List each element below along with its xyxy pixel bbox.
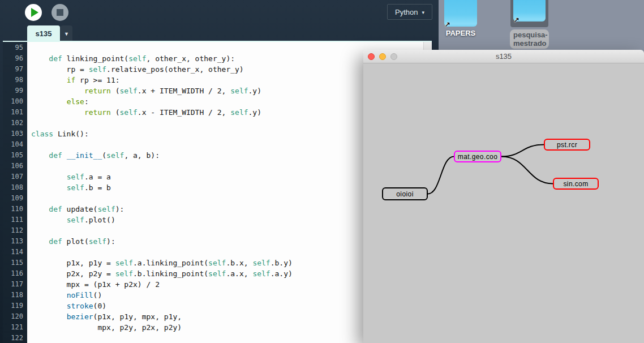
code-line: 109 — [3, 193, 423, 204]
line-number: 112 — [3, 225, 27, 236]
graph-node-mat-geo-coo[interactable]: mat.geo.coo — [454, 151, 501, 162]
code-line: 118 noFill() — [3, 290, 423, 301]
code-line: 104 — [3, 139, 423, 150]
tab-menu-button[interactable]: ▼ — [61, 25, 72, 42]
code-line: 116 p2x, p2y = self.b.linking_point(self… — [3, 268, 423, 279]
code-text: def plot(self): — [27, 236, 115, 247]
graph-node-sin-com[interactable]: sin.com — [553, 178, 599, 190]
code-line: 121 mpx, p2y, p2x, p2y) — [3, 322, 423, 333]
line-number: 120 — [3, 311, 27, 322]
code-line: 120 bezier(p1x, p1y, mpx, p1y, — [3, 311, 423, 322]
code-line: 101 return (self.x - ITEM_WIDTH / 2, sel… — [3, 107, 423, 118]
code-text: mpx = (p1x + p2x) / 2 — [27, 279, 160, 290]
code-text — [27, 247, 31, 258]
close-button[interactable] — [368, 53, 375, 60]
icon-label-line1: pesquisa- — [513, 31, 548, 39]
code-line: 119 stroke(0) — [3, 301, 423, 311]
code-line: 108 self.b = b — [3, 182, 423, 193]
minimize-button[interactable] — [379, 53, 386, 60]
code-text: class Link(): — [27, 128, 89, 139]
link-curve — [501, 145, 544, 157]
mode-selector-button[interactable]: Python ▾ — [387, 4, 432, 20]
line-number: 107 — [3, 172, 27, 182]
line-number: 101 — [3, 107, 27, 118]
line-number: 106 — [3, 161, 27, 172]
run-button[interactable] — [25, 4, 42, 21]
code-text — [27, 225, 31, 236]
ide-toolbar: Python ▾ — [0, 0, 439, 25]
code-text: if rp >= 11: — [27, 75, 120, 85]
code-line: 112 — [3, 225, 423, 236]
code-text: def __init__(self, a, b): — [27, 150, 160, 161]
graph-node-oioioi[interactable]: oioioi — [382, 187, 428, 200]
code-text: def linking_point(self, other_x, other_y… — [27, 53, 235, 64]
code-text: self.a = a — [27, 172, 111, 182]
line-number: 105 — [3, 150, 27, 161]
line-number: 95 — [3, 42, 27, 53]
code-text — [27, 193, 31, 204]
line-number: 113 — [3, 236, 27, 247]
code-text: p2x, p2y = self.b.linking_point(self.a.x… — [27, 268, 293, 279]
code-text — [27, 333, 31, 343]
code-line: 113 def plot(self): — [3, 236, 423, 247]
code-text: self.b = b — [27, 182, 111, 193]
code-line: 122 — [3, 333, 423, 343]
line-number: 96 — [3, 53, 27, 64]
line-number: 100 — [3, 96, 27, 107]
sketch-titlebar[interactable]: s135 — [363, 50, 644, 63]
line-number: 114 — [3, 247, 27, 258]
code-line: 103class Link(): — [3, 128, 423, 139]
sketch-window: s135 oioioimat.geo.coopst.rcrsin.com — [363, 50, 644, 343]
zoom-button-disabled — [390, 53, 397, 60]
line-number: 118 — [3, 290, 27, 301]
chevron-down-icon: ▼ — [64, 31, 69, 37]
code-text: self.plot() — [27, 215, 115, 225]
line-number: 117 — [3, 279, 27, 290]
line-number: 102 — [3, 118, 27, 128]
sketch-window-title: s135 — [496, 52, 512, 61]
graph-node-pst-rcr[interactable]: pst.rcr — [544, 139, 590, 151]
line-number: 116 — [3, 268, 27, 279]
code-line: 99 return (self.x + ITEM_WIDTH / 2, self… — [3, 85, 423, 96]
link-curve — [501, 157, 553, 184]
code-text: noFill() — [27, 290, 102, 301]
icon-label: PAPERS — [439, 29, 483, 37]
line-number: 115 — [3, 258, 27, 268]
code-line: 115 p1x, p1y = self.a.linking_point(self… — [3, 258, 423, 268]
code-line: 117 mpx = (p1x + p2x) / 2 — [3, 279, 423, 290]
code-line: 106 — [3, 161, 423, 172]
code-lines: 9596 def linking_point(self, other_x, ot… — [3, 42, 423, 343]
code-text: else: — [27, 96, 89, 107]
mode-label: Python — [395, 8, 418, 16]
code-line: 100 else: — [3, 96, 423, 107]
line-number: 119 — [3, 301, 27, 311]
code-line: 111 self.plot() — [3, 215, 423, 225]
code-text: return (self.x + ITEM_WIDTH / 2, self.y) — [27, 85, 261, 96]
line-number: 97 — [3, 64, 27, 75]
code-text — [27, 161, 31, 172]
traffic-lights — [368, 50, 397, 63]
line-number: 111 — [3, 215, 27, 225]
code-text: p1x, p1y = self.a.linking_point(self.b.x… — [27, 258, 293, 268]
sketch-canvas[interactable]: oioioimat.geo.coopst.rcrsin.com — [363, 63, 644, 343]
line-number: 99 — [3, 85, 27, 96]
desktop: ↗ PAPERS ↗ pesquisa- mestrado Python ▾ s… — [0, 0, 644, 343]
line-number: 104 — [3, 139, 27, 150]
code-text: rp = self.relative_pos(other_x, other_y) — [27, 64, 244, 75]
icon-label-line2: mestrado — [513, 39, 547, 48]
code-text: bezier(p1x, p1y, mpx, p1y, — [27, 311, 182, 322]
tab-s135[interactable]: s135 — [27, 25, 60, 42]
code-text — [27, 42, 31, 53]
code-text — [27, 139, 31, 150]
stop-button[interactable] — [51, 4, 68, 21]
bezier-links — [363, 63, 644, 343]
code-line: 110 def update(self): — [3, 204, 423, 215]
tab-bar: s135 ▼ — [0, 25, 439, 42]
code-line: 107 self.a = a — [3, 172, 423, 182]
stop-icon — [57, 9, 63, 16]
line-number: 122 — [3, 333, 27, 343]
code-text: stroke(0) — [27, 301, 106, 311]
line-number: 121 — [3, 322, 27, 333]
icon-label: pesquisa- mestrado — [510, 29, 549, 49]
code-line: 105 def __init__(self, a, b): — [3, 150, 423, 161]
